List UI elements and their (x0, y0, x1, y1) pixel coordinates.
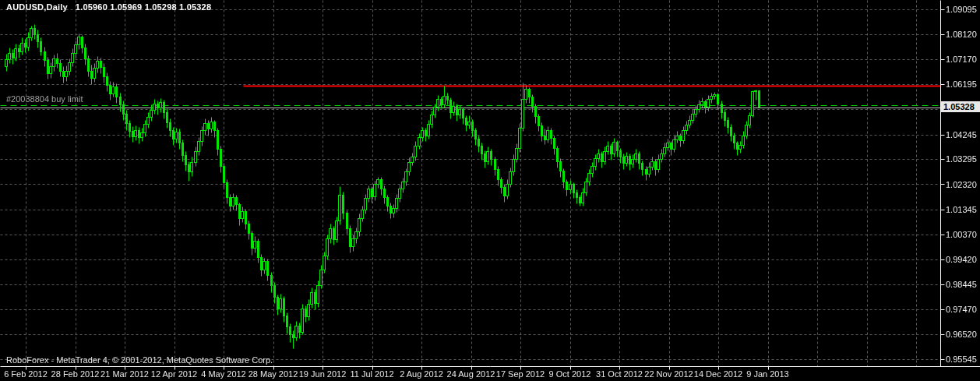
x-axis-label: 22 Nov 2012 (644, 369, 693, 379)
y-axis-label: 1.01345 (946, 205, 977, 214)
x-axis-label: 2 Aug 2012 (400, 369, 443, 379)
y-axis-label: 1.03295 (946, 154, 977, 164)
price-chart-canvas[interactable] (0, 0, 980, 381)
x-axis-label: 9 Oct 2012 (549, 369, 591, 379)
x-axis-label: 17 Sep 2012 (496, 369, 545, 379)
mt4-chart-window: AUDUSD,Daily1.05960 1.05969 1.05298 1.05… (0, 0, 980, 381)
y-axis-label: 1.08120 (946, 30, 977, 39)
y-axis-label: 1.09095 (946, 5, 977, 14)
x-axis-label: 11 Jul 2012 (350, 369, 393, 379)
current-price-tag: 1.05328 (941, 101, 980, 112)
y-axis-label: 1.02320 (946, 180, 977, 189)
x-axis-label: 6 Feb 2012 (4, 369, 48, 379)
y-axis-label: 0.96520 (946, 330, 977, 339)
y-axis-label: 1.06195 (946, 79, 977, 89)
y-axis-label: 1.04245 (946, 130, 977, 139)
x-axis-label: 28 May 2012 (249, 369, 298, 379)
y-axis-label: 0.95545 (946, 355, 977, 364)
y-axis-label: 0.99420 (946, 255, 977, 264)
y-axis-label: 1.07170 (946, 55, 977, 64)
x-axis-label: 12 Apr 2012 (151, 369, 197, 379)
x-axis-label: 14 Dec 2012 (694, 369, 742, 379)
x-axis-label: 24 Aug 2012 (447, 369, 495, 379)
x-axis-label: 9 Jan 2013 (746, 369, 788, 379)
y-axis-label: 0.98445 (946, 280, 977, 289)
x-axis-label: 28 Feb 2012 (51, 369, 100, 379)
x-axis-label: 21 Mar 2012 (100, 369, 149, 379)
x-axis-label: 4 May 2012 (201, 369, 245, 379)
y-axis-label: 0.97470 (946, 305, 977, 314)
y-axis-label: 1.00370 (946, 230, 977, 239)
x-axis-label: 31 Oct 2012 (596, 369, 643, 379)
x-axis-label: 19 Jun 2012 (299, 369, 347, 379)
